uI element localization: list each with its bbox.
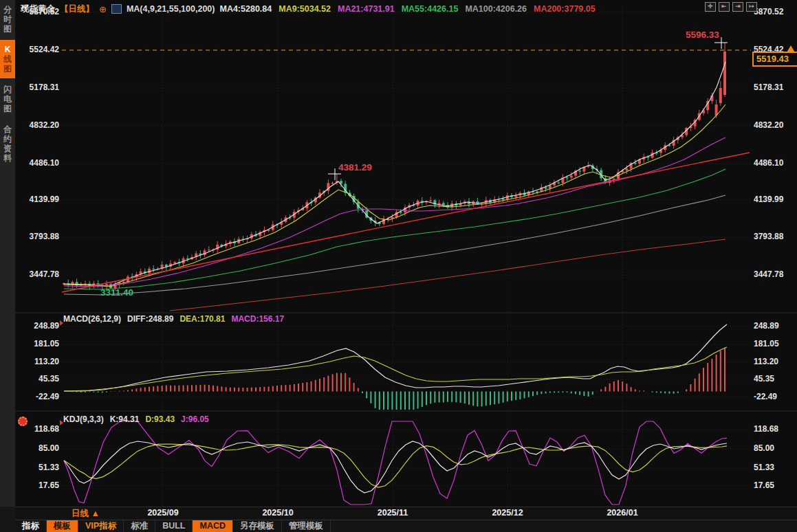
sidebar-tab-char: 资 [0, 144, 15, 153]
y-axis-label: 3447.78 [19, 269, 59, 280]
y-axis-label: 181.05 [19, 339, 59, 349]
y-axis-label: 113.20 [754, 357, 778, 367]
kdj-value-label: J:96.05 [181, 414, 209, 424]
sidebar-tab-char: 图 [0, 24, 15, 34]
chart-header: 现货黄金 【日线】 ⊕ MA(4,9,21,55,100,200) MA4:52… [21, 3, 596, 14]
sidebar-tab-1[interactable]: 分时图 [0, 0, 15, 38]
sidebar-tab-char: 料 [0, 153, 15, 163]
peak-annotation: 4381.29 [338, 162, 372, 173]
macd-panel-header: MACD(26,12,9) DIFF:248.89DEA:170.81MACD:… [63, 314, 284, 324]
ma-value-label: MA200:3779.05 [534, 4, 596, 14]
y-axis-label: 5178.31 [754, 82, 783, 93]
y-axis-label: 45.35 [754, 374, 774, 384]
compress-right-icon[interactable]: ⇥ [732, 2, 743, 12]
y-axis-label: 85.00 [754, 443, 774, 454]
y-axis-label: 5870.52 [754, 7, 783, 17]
add-overlay-icon[interactable]: ⊕ [99, 4, 107, 14]
y-axis-label: 51.33 [754, 463, 774, 473]
y-axis-label: 17.65 [19, 480, 59, 491]
kdj-settings-icon[interactable] [18, 417, 28, 426]
bottom-tab-管理模板[interactable]: 管理模板 [282, 520, 331, 532]
ma-value-label: MA21:4731.91 [338, 4, 395, 14]
x-axis-month-label: 2025/11 [378, 508, 408, 518]
ma-value-label: MA55:4426.15 [402, 4, 459, 14]
y-axis-label: 118.68 [754, 424, 778, 434]
y-axis-label: 181.05 [754, 339, 779, 349]
sidebar-tab-char: 闪 [0, 85, 15, 94]
chart-toolbar: ✛⇤⇥↦ [705, 2, 757, 12]
macd-value-label: MACD:156.17 [231, 314, 284, 324]
low-annotation: 3311.40 [100, 287, 133, 298]
y-axis-label: 4832.20 [754, 120, 783, 131]
bottom-tab-模板[interactable]: 模板 [47, 520, 78, 532]
jump-to-end-icon[interactable]: ↦ [746, 2, 757, 12]
y-axis-label: 3447.78 [754, 269, 783, 280]
ma-value-label: MA9:5034.52 [279, 4, 331, 14]
sidebar-tab-char: 图 [0, 64, 15, 74]
trading-app-window: 分时图K线图闪电图合约资料 现货黄金 【日线】 ⊕ MA(4,9,21,55,1… [0, 0, 797, 532]
sidebar-bottom-spacer [0, 507, 15, 532]
bottom-tab-另存模板[interactable]: 另存模板 [233, 520, 282, 532]
y-axis-label: 3793.88 [19, 232, 59, 242]
kdj-value-label: K:94.31 [110, 414, 140, 424]
period-selector[interactable]: 日线 ▲ [72, 508, 100, 520]
x-axis-month-label: 2025/12 [492, 508, 523, 518]
compress-left-icon[interactable]: ⇤ [719, 2, 730, 12]
ma-params-label: MA(4,9,21,55,100,200) [127, 4, 215, 14]
bottom-tab-BULL[interactable]: BULL [155, 520, 193, 532]
y-axis-label: 3793.88 [754, 232, 783, 242]
macd-value-label: DIFF:248.89 [127, 314, 173, 324]
sidebar-tab-4[interactable]: 合约资料 [0, 120, 15, 168]
bottom-tab-MACD[interactable]: MACD [193, 520, 233, 532]
y-axis-label: 4486.10 [19, 158, 59, 168]
y-axis-label: 51.33 [19, 463, 59, 473]
y-axis-label: -22.49 [19, 392, 59, 402]
left-sidebar: 分时图K线图闪电图合约资料 [0, 0, 15, 507]
bottom-tab-标准[interactable]: 标准 [124, 520, 155, 532]
macd-value-label: DEA:170.81 [179, 314, 225, 324]
x-axis-month-label: 2025/10 [262, 508, 293, 518]
ma-values: MA4:5280.84MA9:5034.52MA21:4731.91MA55:4… [219, 4, 595, 14]
ma-indicator-icon[interactable] [111, 4, 122, 14]
sidebar-tab-char: 线 [0, 54, 15, 64]
x-axis-month-label: 2026/01 [607, 508, 637, 518]
sidebar-tab-char: K [0, 45, 15, 54]
high-annotation: 5596.33 [686, 30, 719, 40]
y-axis-label: 248.89 [19, 321, 59, 331]
y-axis-label: 5524.42 [19, 45, 59, 55]
sidebar-tab-char: 时 [0, 14, 15, 24]
x-axis-month-label: 2025/09 [147, 508, 178, 518]
kdj-title: KDJ(9,3,3) [63, 414, 104, 424]
period-tag: 【日线】 [60, 3, 94, 15]
sidebar-tab-3[interactable]: 闪电图 [0, 80, 15, 118]
y-axis-label: 45.35 [19, 374, 59, 384]
y-axis-label: 85.00 [19, 443, 59, 454]
y-axis-label: 5178.31 [19, 82, 59, 93]
y-axis-label: 4832.20 [19, 120, 59, 131]
y-axis-label: 4139.99 [754, 195, 783, 205]
y-axis-label: 4486.10 [754, 158, 783, 168]
sidebar-tab-char: 合 [0, 124, 15, 134]
ma-value-label: MA100:4206.26 [465, 4, 527, 14]
bottom-tab-指标[interactable]: 指标 [15, 520, 47, 532]
y-axis-label: 118.68 [19, 424, 59, 434]
kdj-panel-header: KDJ(9,3,3) K:94.31D:93.43J:96.05 [63, 414, 209, 424]
y-axis-label: 17.65 [754, 480, 774, 491]
ma-value-label: MA4:5280.84 [219, 4, 272, 14]
sidebar-tab-2[interactable]: K线图 [0, 40, 15, 78]
kdj-value-label: D:93.43 [145, 414, 175, 424]
y-axis-label: 113.20 [19, 357, 59, 367]
y-axis-label: -22.49 [754, 392, 777, 402]
sidebar-tab-char: 约 [0, 134, 15, 144]
sidebar-tab-char: 分 [0, 5, 15, 14]
sidebar-tab-char: 电 [0, 94, 15, 104]
last-price-tag: 5519.43 [752, 52, 797, 67]
y-axis-label: 4139.99 [19, 195, 59, 205]
y-axis-label: 248.89 [754, 321, 779, 331]
bottom-tab-VIP指标[interactable]: VIP指标 [78, 520, 124, 532]
chart-canvas[interactable] [0, 0, 797, 532]
bottom-tab-bar: 指标模板VIP指标标准BULLMACD另存模板管理模板 [15, 520, 797, 532]
sidebar-tab-char: 图 [0, 104, 15, 113]
macd-title: MACD(26,12,9) [63, 314, 121, 324]
pan-icon[interactable]: ✛ [705, 2, 716, 12]
